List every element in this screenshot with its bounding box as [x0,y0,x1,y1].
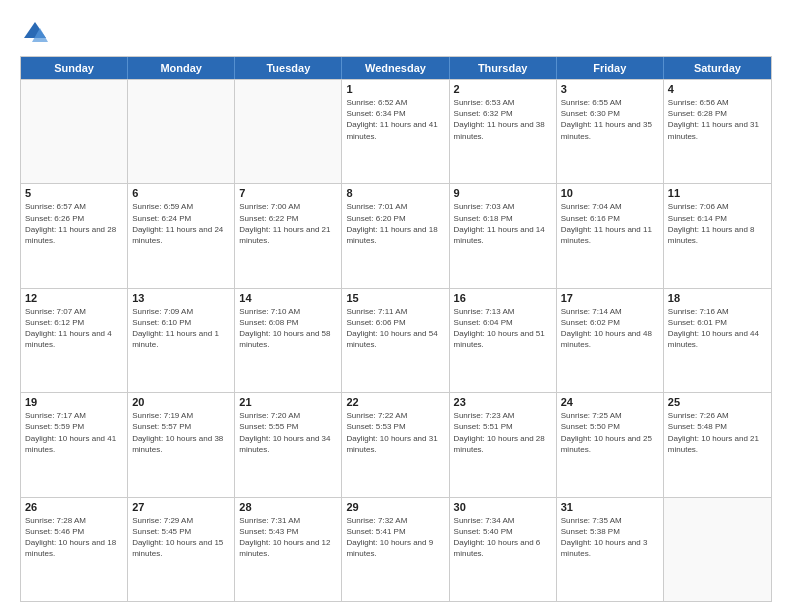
calendar-day-28: 28Sunrise: 7:31 AMSunset: 5:43 PMDayligh… [235,498,342,601]
calendar-day-18: 18Sunrise: 7:16 AMSunset: 6:01 PMDayligh… [664,289,771,392]
day-number: 12 [25,292,123,304]
day-info: Sunrise: 7:25 AMSunset: 5:50 PMDaylight:… [561,410,659,455]
calendar-day-15: 15Sunrise: 7:11 AMSunset: 6:06 PMDayligh… [342,289,449,392]
day-info: Sunrise: 7:13 AMSunset: 6:04 PMDaylight:… [454,306,552,351]
day-number: 28 [239,501,337,513]
day-info: Sunrise: 7:20 AMSunset: 5:55 PMDaylight:… [239,410,337,455]
calendar-day-12: 12Sunrise: 7:07 AMSunset: 6:12 PMDayligh… [21,289,128,392]
day-info: Sunrise: 7:03 AMSunset: 6:18 PMDaylight:… [454,201,552,246]
day-info: Sunrise: 7:22 AMSunset: 5:53 PMDaylight:… [346,410,444,455]
calendar-day-1: 1Sunrise: 6:52 AMSunset: 6:34 PMDaylight… [342,80,449,183]
day-info: Sunrise: 7:16 AMSunset: 6:01 PMDaylight:… [668,306,767,351]
day-info: Sunrise: 7:09 AMSunset: 6:10 PMDaylight:… [132,306,230,351]
calendar-day-27: 27Sunrise: 7:29 AMSunset: 5:45 PMDayligh… [128,498,235,601]
day-info: Sunrise: 6:55 AMSunset: 6:30 PMDaylight:… [561,97,659,142]
day-number: 26 [25,501,123,513]
calendar-day-19: 19Sunrise: 7:17 AMSunset: 5:59 PMDayligh… [21,393,128,496]
header-day-monday: Monday [128,57,235,79]
day-number: 17 [561,292,659,304]
calendar-day-31: 31Sunrise: 7:35 AMSunset: 5:38 PMDayligh… [557,498,664,601]
page-header [20,18,772,48]
day-info: Sunrise: 7:31 AMSunset: 5:43 PMDaylight:… [239,515,337,560]
day-number: 16 [454,292,552,304]
day-info: Sunrise: 7:17 AMSunset: 5:59 PMDaylight:… [25,410,123,455]
day-info: Sunrise: 7:23 AMSunset: 5:51 PMDaylight:… [454,410,552,455]
calendar-day-4: 4Sunrise: 6:56 AMSunset: 6:28 PMDaylight… [664,80,771,183]
day-info: Sunrise: 7:19 AMSunset: 5:57 PMDaylight:… [132,410,230,455]
day-number: 22 [346,396,444,408]
calendar-day-21: 21Sunrise: 7:20 AMSunset: 5:55 PMDayligh… [235,393,342,496]
calendar-day-6: 6Sunrise: 6:59 AMSunset: 6:24 PMDaylight… [128,184,235,287]
calendar-day-30: 30Sunrise: 7:34 AMSunset: 5:40 PMDayligh… [450,498,557,601]
calendar-day-24: 24Sunrise: 7:25 AMSunset: 5:50 PMDayligh… [557,393,664,496]
calendar-empty-cell [664,498,771,601]
calendar-day-26: 26Sunrise: 7:28 AMSunset: 5:46 PMDayligh… [21,498,128,601]
logo-icon [20,18,50,48]
day-info: Sunrise: 7:04 AMSunset: 6:16 PMDaylight:… [561,201,659,246]
day-number: 7 [239,187,337,199]
day-number: 15 [346,292,444,304]
calendar-body: 1Sunrise: 6:52 AMSunset: 6:34 PMDaylight… [21,79,771,601]
day-info: Sunrise: 6:53 AMSunset: 6:32 PMDaylight:… [454,97,552,142]
calendar-day-22: 22Sunrise: 7:22 AMSunset: 5:53 PMDayligh… [342,393,449,496]
day-number: 21 [239,396,337,408]
day-number: 4 [668,83,767,95]
calendar-empty-cell [235,80,342,183]
day-number: 6 [132,187,230,199]
day-number: 24 [561,396,659,408]
header-day-thursday: Thursday [450,57,557,79]
day-info: Sunrise: 6:52 AMSunset: 6:34 PMDaylight:… [346,97,444,142]
calendar-day-14: 14Sunrise: 7:10 AMSunset: 6:08 PMDayligh… [235,289,342,392]
calendar-day-10: 10Sunrise: 7:04 AMSunset: 6:16 PMDayligh… [557,184,664,287]
day-number: 5 [25,187,123,199]
day-number: 2 [454,83,552,95]
day-info: Sunrise: 7:28 AMSunset: 5:46 PMDaylight:… [25,515,123,560]
calendar-empty-cell [128,80,235,183]
day-number: 19 [25,396,123,408]
calendar-day-17: 17Sunrise: 7:14 AMSunset: 6:02 PMDayligh… [557,289,664,392]
day-number: 3 [561,83,659,95]
day-number: 11 [668,187,767,199]
header-day-friday: Friday [557,57,664,79]
calendar-day-3: 3Sunrise: 6:55 AMSunset: 6:30 PMDaylight… [557,80,664,183]
day-info: Sunrise: 7:10 AMSunset: 6:08 PMDaylight:… [239,306,337,351]
day-info: Sunrise: 7:11 AMSunset: 6:06 PMDaylight:… [346,306,444,351]
day-info: Sunrise: 6:56 AMSunset: 6:28 PMDaylight:… [668,97,767,142]
day-number: 1 [346,83,444,95]
day-info: Sunrise: 6:57 AMSunset: 6:26 PMDaylight:… [25,201,123,246]
calendar-header: SundayMondayTuesdayWednesdayThursdayFrid… [21,57,771,79]
day-number: 13 [132,292,230,304]
day-number: 8 [346,187,444,199]
day-info: Sunrise: 7:07 AMSunset: 6:12 PMDaylight:… [25,306,123,351]
calendar-day-5: 5Sunrise: 6:57 AMSunset: 6:26 PMDaylight… [21,184,128,287]
calendar-week-3: 12Sunrise: 7:07 AMSunset: 6:12 PMDayligh… [21,288,771,392]
calendar-week-2: 5Sunrise: 6:57 AMSunset: 6:26 PMDaylight… [21,183,771,287]
day-info: Sunrise: 7:01 AMSunset: 6:20 PMDaylight:… [346,201,444,246]
calendar-day-8: 8Sunrise: 7:01 AMSunset: 6:20 PMDaylight… [342,184,449,287]
calendar-day-11: 11Sunrise: 7:06 AMSunset: 6:14 PMDayligh… [664,184,771,287]
day-info: Sunrise: 6:59 AMSunset: 6:24 PMDaylight:… [132,201,230,246]
header-day-tuesday: Tuesday [235,57,342,79]
day-info: Sunrise: 7:06 AMSunset: 6:14 PMDaylight:… [668,201,767,246]
calendar-week-5: 26Sunrise: 7:28 AMSunset: 5:46 PMDayligh… [21,497,771,601]
day-info: Sunrise: 7:35 AMSunset: 5:38 PMDaylight:… [561,515,659,560]
calendar-day-29: 29Sunrise: 7:32 AMSunset: 5:41 PMDayligh… [342,498,449,601]
calendar-day-13: 13Sunrise: 7:09 AMSunset: 6:10 PMDayligh… [128,289,235,392]
day-number: 30 [454,501,552,513]
day-number: 29 [346,501,444,513]
calendar-empty-cell [21,80,128,183]
calendar-day-16: 16Sunrise: 7:13 AMSunset: 6:04 PMDayligh… [450,289,557,392]
day-info: Sunrise: 7:14 AMSunset: 6:02 PMDaylight:… [561,306,659,351]
day-info: Sunrise: 7:34 AMSunset: 5:40 PMDaylight:… [454,515,552,560]
day-number: 31 [561,501,659,513]
calendar-day-9: 9Sunrise: 7:03 AMSunset: 6:18 PMDaylight… [450,184,557,287]
day-info: Sunrise: 7:00 AMSunset: 6:22 PMDaylight:… [239,201,337,246]
calendar-day-20: 20Sunrise: 7:19 AMSunset: 5:57 PMDayligh… [128,393,235,496]
day-number: 9 [454,187,552,199]
day-info: Sunrise: 7:29 AMSunset: 5:45 PMDaylight:… [132,515,230,560]
day-number: 10 [561,187,659,199]
calendar-day-23: 23Sunrise: 7:23 AMSunset: 5:51 PMDayligh… [450,393,557,496]
logo [20,18,54,48]
calendar-day-2: 2Sunrise: 6:53 AMSunset: 6:32 PMDaylight… [450,80,557,183]
header-day-saturday: Saturday [664,57,771,79]
